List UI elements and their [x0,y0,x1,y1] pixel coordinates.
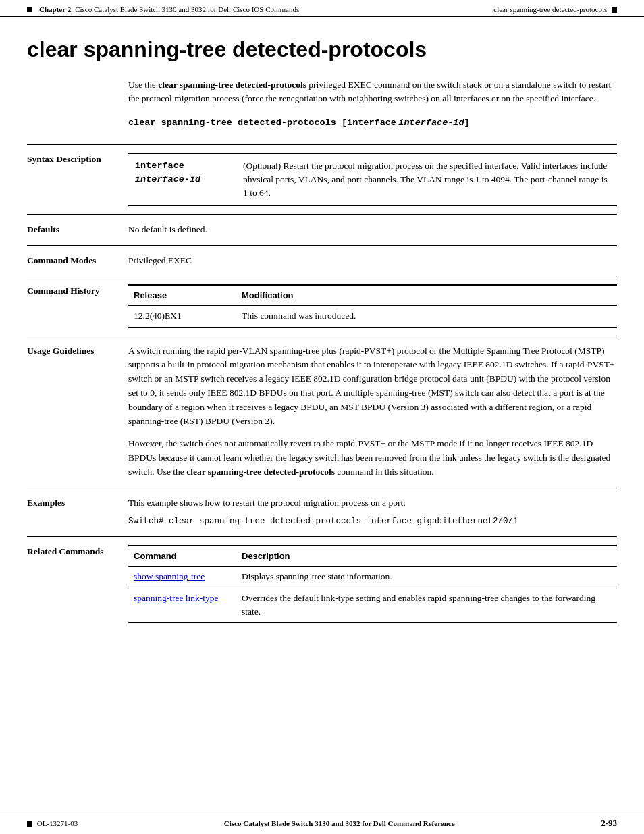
defaults-body: No default is defined. [128,223,617,236]
syntax-description-row: Syntax Description interface interface-i… [27,145,617,215]
command-history-label: Command History [27,284,128,328]
header-left: Chapter 2 Cisco Catalyst Blade Switch 31… [27,5,299,14]
command-history-body: Release Modification 12.2(40)EX1 This co… [128,284,617,328]
command-modes-label: Command Modes [27,254,128,267]
syntax-interface-keyword: interface [347,118,396,128]
chapter-title: Cisco Catalyst Blade Switch 3130 and 303… [75,5,299,14]
history-modification-1: This command was introduced. [236,306,617,327]
command-modes-row: Command Modes Privileged EXEC [27,246,617,276]
syntax-table-row: interface interface-id (Optional) Restar… [128,153,617,206]
col-description: Description [236,546,617,567]
related-commands-header-row: Command Description [128,546,617,567]
usage-para-1: A switch running the rapid per-VLAN span… [128,344,617,429]
syntax-table: interface interface-id (Optional) Restar… [128,153,617,207]
usage-guidelines-body: A switch running the rapid per-VLAN span… [128,344,617,479]
usage-para-2: However, the switch does not automatical… [128,437,617,479]
col-command: Command [128,546,236,567]
usage-guidelines-label: Usage Guidelines [27,344,128,479]
syntax-description-section: Syntax Description interface interface-i… [27,144,617,215]
syntax-line: clear spanning-tree detected-protocols [… [128,117,617,128]
footer-center: Cisco Catalyst Blade Switch 3130 and 303… [78,819,601,827]
examples-body: This example shows how to restart the pr… [128,496,617,528]
syntax-description-body: interface interface-id (Optional) Restar… [128,153,617,207]
command-history-table: Release Modification 12.2(40)EX1 This co… [128,284,617,328]
related-desc-1: Displays spanning-tree state information… [236,567,617,588]
syntax-param: interface interface-id [128,153,236,206]
col-modification: Modification [236,285,617,306]
intro-text-before: Use the [128,80,158,90]
defaults-label: Defaults [27,223,128,236]
intro-paragraph: Use the clear spanning-tree detected-pro… [128,78,617,106]
related-commands-row: Related Commands Command Description sho… [27,537,617,631]
history-release-1: 12.2(40)EX1 [128,306,236,327]
chapter-label: Chapter 2 [39,5,71,14]
header-right: clear spanning-tree detected-protocols [493,5,617,14]
examples-row: Examples This example shows how to resta… [27,488,617,536]
page-header: Chapter 2 Cisco Catalyst Blade Switch 31… [0,0,644,17]
command-history-row: Command History Release Modification 12.… [27,276,617,336]
related-commands-table: Command Description show spanning-tree D… [128,545,617,623]
related-row-2: spanning-tree link-type Overrides the de… [128,588,617,623]
related-row-1: show spanning-tree Displays spanning-tre… [128,567,617,588]
command-modes-body: Privileged EXEC [128,254,617,267]
examples-section: Examples This example shows how to resta… [27,488,617,536]
page-title: clear spanning-tree detected-protocols [27,37,617,62]
related-command-2[interactable]: spanning-tree link-type [128,588,236,623]
related-desc-2: Overrides the default link-type setting … [236,588,617,623]
syntax-interface-id: interface-id [398,118,464,128]
header-right-text: clear spanning-tree detected-protocols [493,5,607,14]
examples-text: This example shows how to restart the pr… [128,496,617,510]
defaults-section: Defaults No default is defined. [27,214,617,244]
usage-guidelines-row: Usage Guidelines A switch running the ra… [27,336,617,488]
command-history-section: Command History Release Modification 12.… [27,276,617,336]
command-modes-section: Command Modes Privileged EXEC [27,245,617,276]
related-commands-body: Command Description show spanning-tree D… [128,545,617,623]
intro-bold-text: clear spanning-tree detected-protocols [158,80,306,90]
related-command-1[interactable]: show spanning-tree [128,567,236,588]
examples-code: Switch# clear spanning-tree detected-pro… [128,515,617,528]
defaults-row: Defaults No default is defined. [27,215,617,244]
examples-label: Examples [27,496,128,528]
syntax-param-description: (Optional) Restart the protocol migratio… [236,153,617,206]
related-commands-label: Related Commands [27,545,128,623]
command-history-header-row: Release Modification [128,285,617,306]
usage-guidelines-section: Usage Guidelines A switch running the ra… [27,336,617,488]
syntax-command: clear spanning-tree detected-protocols [ [128,118,347,128]
col-release: Release [128,285,236,306]
page-footer: OL-13271-03 Cisco Catalyst Blade Switch … [0,812,644,834]
page-content: clear spanning-tree detected-protocols U… [0,17,644,671]
syntax-close: ] [464,118,470,128]
syntax-description-label: Syntax Description [27,153,128,207]
footer-right: 2-93 [601,818,617,829]
history-row-1: 12.2(40)EX1 This command was introduced. [128,306,617,327]
related-commands-section: Related Commands Command Description sho… [27,536,617,631]
footer-left: OL-13271-03 [27,819,78,827]
